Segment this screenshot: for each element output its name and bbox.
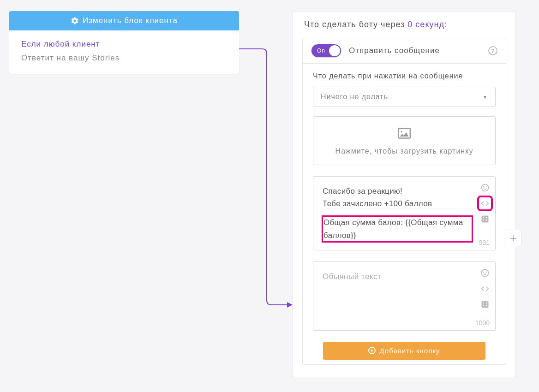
emoji-icon[interactable] — [479, 267, 491, 279]
client-block-body: Если любой клиент Ответит на вашу Storie… — [9, 30, 239, 74]
upload-text: Нажмите, чтобы загрузить картинку — [318, 147, 491, 155]
dice-icon[interactable] — [479, 214, 491, 225]
bot-block-title: Что сделать боту через 0 секунд: — [293, 12, 515, 38]
message-text-box-2[interactable]: Обычный текст 1000 — [313, 261, 496, 331]
image-upload-area[interactable]: Нажмите, чтобы загрузить картинку — [313, 116, 496, 165]
message-text-box-1[interactable]: Спасибо за реакцию! Тебе зачислено +100 … — [313, 176, 496, 250]
client-trigger-line: Ответит на вашу Stories — [21, 53, 227, 63]
action-card: On Отправить сообщение ? Что делать при … — [302, 38, 506, 365]
toggle-knob — [329, 45, 340, 56]
code-icon[interactable] — [479, 283, 491, 294]
chevron-down-icon: ▼ — [483, 95, 488, 100]
add-action-button[interactable]: + — [505, 230, 521, 246]
help-icon[interactable]: ? — [488, 46, 497, 55]
image-icon — [318, 128, 491, 139]
action-toggle[interactable]: On — [311, 44, 341, 58]
variable-highlight: Общая сумма балов: {{Общая сумма баллов}… — [323, 216, 472, 241]
message-2-placeholder: Обычный текст — [323, 270, 472, 283]
emoji-icon[interactable] — [479, 182, 491, 193]
delay-value[interactable]: 0 секунд — [407, 20, 444, 29]
dice-icon[interactable] — [479, 299, 491, 310]
action-header: On Отправить сообщение ? — [303, 38, 506, 64]
bot-block: Что сделать боту через 0 секунд: On Отпр… — [293, 11, 516, 377]
client-block: Изменить блок клиента Если любой клиент … — [9, 11, 239, 74]
char-count-2: 1000 — [475, 319, 490, 327]
client-block-header-label: Изменить блок клиента — [83, 16, 178, 25]
char-count-1: 931 — [479, 239, 490, 246]
client-condition-line[interactable]: Если любой клиент — [21, 40, 227, 49]
add-button[interactable]: + Добавить кнопку — [323, 342, 485, 360]
client-block-header[interactable]: Изменить блок клиента — [9, 11, 239, 30]
gear-icon — [71, 17, 79, 25]
code-icon[interactable] — [479, 198, 491, 209]
plus-circle-icon: + — [368, 347, 376, 354]
click-action-label: Что делать при нажатии на сообщение — [313, 72, 496, 80]
click-action-select[interactable]: Ничего не делать ▼ — [313, 87, 496, 107]
action-title: Отправить сообщение — [349, 46, 481, 55]
